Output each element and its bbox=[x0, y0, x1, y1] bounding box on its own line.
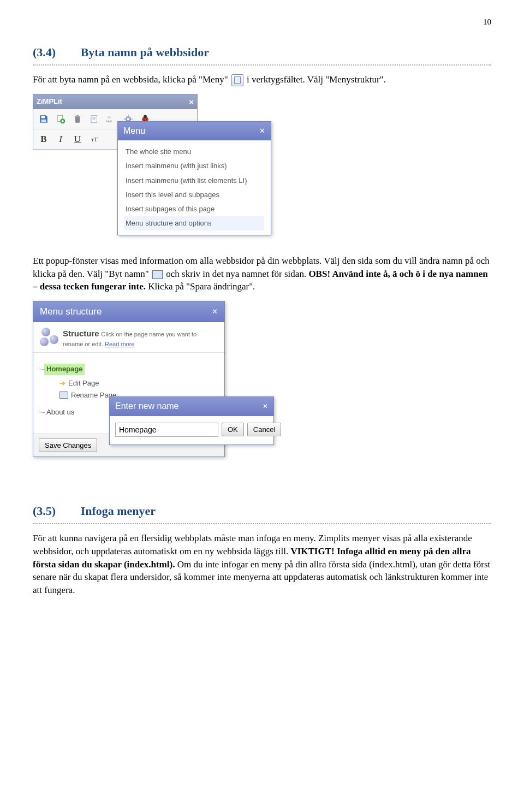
svg-rect-4 bbox=[75, 116, 81, 117]
svg-rect-6 bbox=[91, 115, 97, 123]
page-number: 10 bbox=[33, 16, 491, 28]
svg-rect-14 bbox=[128, 115, 129, 116]
text-size-button[interactable]: тT bbox=[86, 132, 103, 147]
enter-name-body: OK Cancel bbox=[110, 416, 273, 444]
menu-structure-title: Menu structure bbox=[40, 305, 102, 318]
svg-point-13 bbox=[127, 118, 130, 121]
figure-menu-structure: Menu structure ✕ Structure Click on the … bbox=[33, 301, 295, 487]
menu-item[interactable]: Insert mainmenu (with just links) bbox=[124, 159, 264, 173]
svg-rect-1 bbox=[41, 120, 46, 122]
close-icon[interactable]: ✕ bbox=[259, 126, 265, 136]
svg-point-19 bbox=[144, 115, 147, 118]
para-text: För att byta namn på en webbsida, klicka… bbox=[33, 74, 230, 85]
section-heading-3-4: (3.4) Byta namn på webbsidor bbox=[33, 44, 491, 66]
ok-button[interactable]: OK bbox=[222, 423, 244, 436]
close-icon[interactable]: ✕ bbox=[212, 307, 218, 317]
menu-popup-title-text: Menu bbox=[123, 125, 145, 137]
edit-page-label: Edit Page bbox=[68, 378, 99, 388]
para-text: Klicka på "Spara ändringar". bbox=[148, 281, 255, 292]
menu-structure-titlebar: Menu structure ✕ bbox=[33, 301, 224, 322]
svg-text:html: html bbox=[106, 120, 112, 123]
menu-item-structure[interactable]: Menu structure and options bbox=[124, 216, 264, 230]
structure-title: Structure bbox=[63, 329, 99, 338]
para-text: och skriv in det nya namnet för sidan. bbox=[166, 269, 308, 279]
menu-popup-body: The whole site menu Insert mainmenu (wit… bbox=[118, 140, 271, 235]
svg-rect-17 bbox=[131, 118, 133, 120]
underline-button[interactable]: U bbox=[69, 132, 86, 147]
save-icon[interactable] bbox=[35, 111, 52, 127]
para-3-5-1: För att kunna navigera på en flersidig w… bbox=[33, 532, 491, 597]
italic-button[interactable]: I bbox=[52, 132, 69, 147]
svg-text:<>: <> bbox=[108, 115, 111, 118]
menu-icon bbox=[231, 74, 243, 86]
bold-button[interactable]: B bbox=[35, 132, 52, 147]
svg-point-21 bbox=[146, 118, 147, 120]
cancel-button[interactable]: Cancel bbox=[247, 423, 281, 436]
structure-header: Structure Click on the page name you wan… bbox=[33, 322, 224, 353]
svg-rect-0 bbox=[41, 116, 45, 118]
add-page-icon[interactable] bbox=[52, 111, 69, 127]
node-label: Homepage bbox=[44, 364, 85, 375]
name-input[interactable] bbox=[115, 423, 218, 437]
section-number: (3.4) bbox=[33, 44, 56, 61]
edit-page-action[interactable]: ➔ Edit Page bbox=[59, 377, 218, 389]
tree-node-homepage[interactable]: Homepage bbox=[44, 364, 218, 375]
menu-item[interactable]: Insert mainmenu (with list elements LI) bbox=[124, 174, 264, 188]
section-title: Byta namn på webbsidor bbox=[81, 45, 209, 59]
menu-item[interactable]: The whole site menu bbox=[124, 145, 264, 159]
menu-item[interactable]: Insert subpages of this page bbox=[124, 202, 264, 216]
close-icon[interactable]: ✕ bbox=[263, 402, 268, 411]
read-more-link[interactable]: Read more bbox=[105, 341, 134, 347]
zimplit-titlebar: ZiMPLit × bbox=[33, 94, 197, 109]
svg-point-20 bbox=[144, 118, 145, 120]
section-heading-3-5: (3.5) Infoga menyer bbox=[33, 503, 491, 524]
para-3-4-1: För att byta namn på en webbsida, klicka… bbox=[33, 73, 491, 86]
trash-icon[interactable] bbox=[69, 111, 86, 127]
enter-name-titlebar: Enter new name ✕ bbox=[110, 397, 273, 416]
rename-icon bbox=[152, 270, 163, 279]
menu-popup-titlebar: Menu ✕ bbox=[118, 122, 271, 140]
arrow-icon: ➔ bbox=[59, 378, 66, 388]
enter-name-dialog: Enter new name ✕ OK Cancel bbox=[109, 396, 274, 444]
page-icon[interactable] bbox=[86, 111, 103, 127]
node-label: About us bbox=[44, 407, 76, 418]
enter-name-title: Enter new name bbox=[115, 400, 179, 412]
section-title: Infoga menyer bbox=[81, 504, 156, 518]
menu-popup: Menu ✕ The whole site menu Insert mainme… bbox=[117, 121, 271, 236]
svg-rect-16 bbox=[124, 118, 126, 120]
menu-item[interactable]: Insert this level and subpages bbox=[124, 188, 264, 202]
para-3-4-2: Ett popup-fönster visas med information … bbox=[33, 254, 491, 293]
svg-rect-5 bbox=[76, 115, 79, 116]
close-icon[interactable]: × bbox=[189, 96, 194, 108]
figure-zimplit-toolbar: ZiMPLit × <>html bbox=[33, 94, 295, 247]
zimplit-title: ZiMPLit bbox=[37, 97, 62, 106]
structure-icon bbox=[40, 328, 58, 346]
para-text: i verktygsfältet. Välj "Menystruktur". bbox=[247, 74, 386, 85]
rename-icon bbox=[59, 392, 68, 399]
section-number: (3.5) bbox=[33, 503, 56, 520]
save-changes-button[interactable]: Save Changes bbox=[39, 438, 97, 452]
